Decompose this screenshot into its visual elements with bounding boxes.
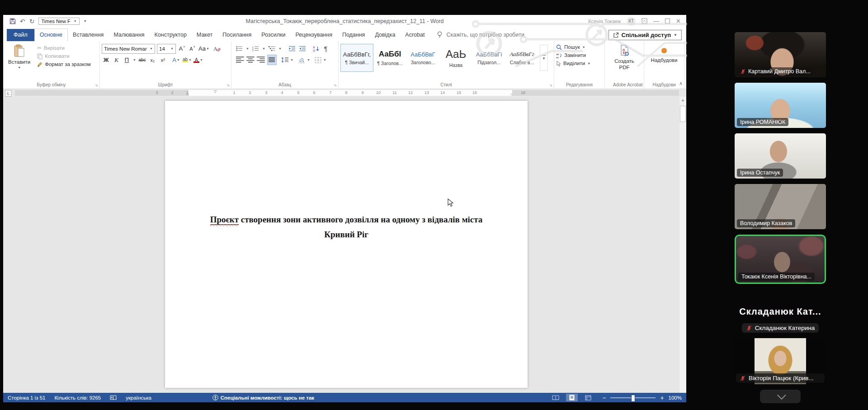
right-indent-marker[interactable]: ⌂ [510, 93, 513, 96]
participant-tile[interactable]: Вікторія Пацюк (Крив... [735, 338, 826, 384]
sort-icon[interactable]: АЯ [313, 46, 319, 52]
grow-font-button[interactable]: А˄ [178, 44, 186, 53]
participant-tile-active-speaker[interactable]: Токаюк Ксенія Вікторівна... [735, 235, 826, 284]
share-button[interactable]: Спільний доступ ▼ [609, 30, 682, 40]
qat-font-combo[interactable]: Times New F ▼ [38, 18, 79, 25]
tab-insert[interactable]: Вставлення [68, 29, 108, 41]
tab-draw[interactable]: Малювання [108, 29, 149, 41]
print-layout-view-icon[interactable] [566, 394, 578, 401]
scroll-up-icon[interactable]: ▲ [679, 97, 686, 102]
chevron-down-icon[interactable]: ▼ [290, 58, 293, 61]
tab-layout[interactable]: Макет [192, 29, 217, 41]
vertical-scrollbar[interactable]: ▲ [679, 97, 686, 393]
style-heading2[interactable]: АаБбВвГ Заголово... [406, 44, 439, 72]
increase-indent-icon[interactable] [299, 46, 306, 52]
subscript-button[interactable]: x₂ [148, 55, 157, 65]
style-normal[interactable]: АаБбВвГг, ¶ Звичай... [340, 44, 373, 72]
proofing-icon[interactable] [110, 395, 117, 401]
dialog-launcher-icon[interactable]: ⇘ [549, 83, 552, 87]
decrease-indent-icon[interactable] [288, 46, 296, 52]
justify-button[interactable] [267, 55, 277, 65]
addins-button[interactable]: Надбудови [646, 43, 682, 65]
cut-button[interactable]: ✂ Вирізати [37, 44, 91, 52]
save-icon[interactable] [9, 18, 16, 24]
align-left-icon[interactable] [236, 55, 245, 65]
customize-qat-icon[interactable]: ▼ [84, 19, 87, 23]
borders-icon[interactable] [315, 57, 321, 63]
show-more-participants-button[interactable] [760, 390, 801, 403]
zoom-out-button[interactable]: − [602, 394, 606, 401]
first-line-indent-marker[interactable]: ▽ [214, 90, 217, 94]
restore-button[interactable] [665, 19, 670, 24]
dialog-launcher-icon[interactable]: ⇘ [334, 83, 337, 87]
replace-button[interactable]: abac Замінити [556, 51, 603, 59]
style-heading1[interactable]: АаБбІ ¶ Заголов... [373, 44, 406, 72]
chevron-down-icon[interactable]: ▼ [323, 58, 326, 61]
font-name-combo[interactable]: Times New Romar ▼ [102, 44, 155, 54]
page-indicator[interactable]: Сторінка 1 із 51 [8, 395, 45, 401]
participant-tile[interactable]: Ірина РОМАНЮК [735, 83, 826, 128]
clear-formatting-icon[interactable]: А [213, 45, 221, 52]
accessibility-status[interactable]: Спеціальні можливості: щось не так [212, 395, 314, 401]
font-color-button[interactable]: А ▼ [193, 55, 203, 65]
paste-button[interactable]: Вставити ▼ [5, 43, 33, 71]
find-button[interactable]: Пошук ▼ [556, 43, 603, 51]
line-spacing-icon[interactable] [281, 57, 288, 63]
word-count[interactable]: Кількість слів: 9265 [54, 395, 101, 401]
pilcrow-icon[interactable]: ¶ [324, 45, 328, 52]
language-indicator[interactable]: українська [126, 395, 151, 401]
tab-help[interactable]: Довідка [370, 29, 400, 41]
participant-name-row[interactable]: Складанюк Катерина [742, 323, 819, 333]
tab-review[interactable]: Рецензування [290, 29, 337, 41]
superscript-button[interactable]: x² [159, 55, 167, 65]
strikethrough-button[interactable]: abc [138, 55, 146, 65]
read-mode-view-icon[interactable] [550, 394, 561, 401]
chevron-down-icon[interactable]: ▼ [278, 47, 282, 50]
format-painter-button[interactable]: Формат за зразком [37, 60, 91, 68]
dialog-launcher-icon[interactable]: ⇘ [226, 83, 230, 87]
tab-references[interactable]: Посилання [217, 29, 256, 41]
align-center-icon[interactable] [246, 55, 255, 65]
scrollbar-thumb[interactable] [680, 106, 686, 122]
underline-button[interactable]: П [123, 55, 131, 65]
select-button[interactable]: Виділити ▼ [556, 59, 603, 67]
tab-design[interactable]: Конструктор [150, 29, 192, 41]
horizontal-ruler[interactable]: 3 2 1 1 2 3 4 5 6 7 8 9 10 11 12 13 14 1… [15, 90, 679, 96]
zoom-slider[interactable] [610, 397, 656, 398]
document-page[interactable]: Проєкт створення зони активного дозвілля… [165, 101, 528, 388]
web-layout-view-icon[interactable] [582, 394, 594, 401]
chevron-down-icon[interactable]: ▼ [246, 47, 249, 50]
multilevel-list-icon[interactable] [269, 46, 275, 52]
document-area[interactable]: Проєкт створення зони активного дозвілля… [3, 97, 686, 393]
style-title[interactable]: АаЬ Назва [439, 44, 472, 72]
dialog-launcher-icon[interactable]: ⇘ [95, 83, 98, 87]
tab-file[interactable]: Файл [7, 29, 34, 41]
create-pdf-button[interactable]: Создать PDF [607, 43, 642, 72]
numbered-list-icon[interactable]: 123 [252, 46, 259, 52]
minimize-button[interactable]: — [653, 18, 659, 24]
tell-me-box[interactable]: Скажіть, що потрібно зробити [437, 31, 524, 41]
style-subtle-emphasis[interactable]: АаБбВвГг Слабке в... [505, 44, 538, 72]
change-case-button[interactable]: Аа▼ [198, 44, 209, 53]
avatar[interactable]: КТ [627, 17, 636, 26]
style-subtitle[interactable]: АаБбВвГі Підзагол... [472, 44, 505, 72]
ribbon-display-options-icon[interactable] [642, 18, 647, 24]
participant-tile[interactable]: Картавий Дмитро Вал... [735, 32, 826, 77]
chevron-down-icon[interactable]: ▼ [262, 47, 265, 50]
shading-icon[interactable] [298, 57, 305, 63]
chevron-down-icon[interactable]: ▼ [307, 58, 310, 61]
shrink-font-button[interactable]: А˅ [188, 44, 197, 53]
account-name[interactable]: Ксенія Токаюк [588, 19, 621, 24]
styles-more-button[interactable]: ▼ [540, 45, 548, 71]
undo-icon[interactable]: ↶ [20, 18, 25, 24]
tab-mailings[interactable]: Розсилки [256, 29, 290, 41]
font-size-combo[interactable]: 14 ▼ [157, 44, 176, 54]
close-button[interactable]: ✕ [676, 18, 681, 24]
zoom-level[interactable]: 100% [669, 395, 682, 401]
tab-home[interactable]: Основне [34, 28, 68, 41]
italic-button[interactable]: К [112, 55, 121, 65]
participant-tile[interactable]: Ірина Остапчук [735, 133, 826, 179]
participant-tile[interactable]: Володимир Казаков [735, 184, 826, 229]
align-right-icon[interactable] [257, 55, 265, 65]
collapse-ribbon-icon[interactable]: ∧ [679, 80, 683, 86]
